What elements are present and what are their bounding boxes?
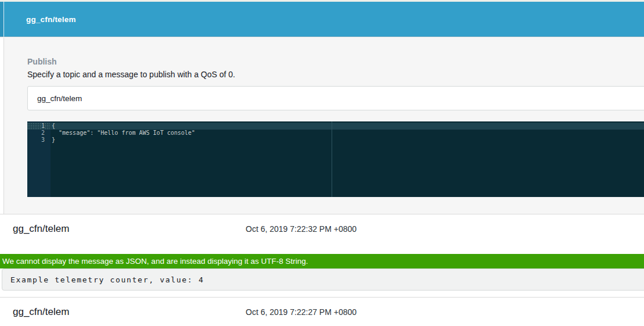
message-timestamp: Oct 6, 2019 7:22:32 PM +0800 (246, 224, 357, 234)
message-timestamp: Oct 6, 2019 7:22:27 PM +0800 (246, 307, 357, 317)
publish-description: Specify a topic and a message to publish… (27, 70, 235, 79)
header-edge-strip (0, 2, 4, 37)
line-number: 2 (27, 130, 51, 137)
topic-header-bar: gg_cfn/telem (0, 2, 644, 37)
publish-panel: Publish Specify a topic and a message to… (0, 38, 644, 214)
message-topic: gg_cfn/telem (13, 223, 69, 235)
message-divider (0, 297, 644, 298)
code-line: "message": "Hello from AWS IoT console" (51, 130, 644, 137)
utf8-notice-banner: We cannot display the message as JSON, a… (0, 254, 644, 268)
publish-section-label: Publish (27, 57, 57, 66)
line-number: 1 (27, 123, 51, 130)
header-topic-title: gg_cfn/telem (26, 2, 76, 37)
panel-left-border (0, 38, 4, 214)
code-line: { (51, 123, 644, 130)
editor-line-number-gutter: 1 2 3 (27, 121, 51, 197)
message-item: gg_cfn/telem Oct 6, 2019 7:22:27 PM +080… (0, 304, 644, 320)
code-line: } (51, 137, 644, 144)
publish-topic-input[interactable] (27, 86, 644, 110)
line-number: 3 (27, 137, 51, 144)
message-payload-box: Example telemetry counter, value: 4 (2, 268, 644, 291)
message-item: gg_cfn/telem Oct 6, 2019 7:22:32 PM +080… (0, 221, 644, 237)
message-topic: gg_cfn/telem (13, 306, 69, 318)
payload-code-editor[interactable]: 1 2 3 { "message": "Hello from AWS IoT c… (27, 121, 644, 197)
editor-code-content: { "message": "Hello from AWS IoT console… (51, 123, 644, 144)
